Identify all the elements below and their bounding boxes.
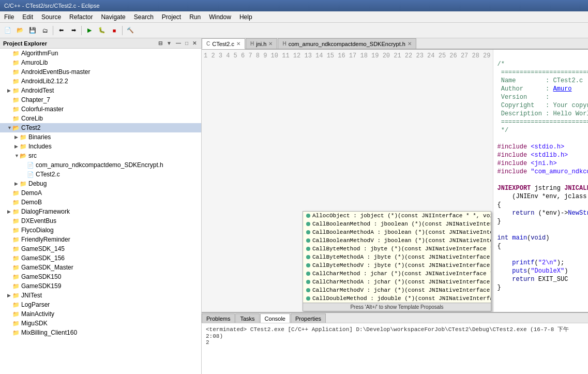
- ac-dot-icon: [306, 222, 310, 226]
- folder-icon: 📂: [20, 153, 27, 159]
- tree-item-corelib[interactable]: 📁CoreLib: [0, 114, 201, 123]
- autocomplete-item[interactable]: CallCharMethod : jchar (*)(const JNINati…: [303, 270, 491, 278]
- pe-close[interactable]: ✕: [191, 40, 198, 47]
- autocomplete-item[interactable]: CallByteMethod : jbyte (*)(const JNINati…: [303, 245, 491, 253]
- ac-item-label: CallCharMethodV : jchar (*)(const JNINat…: [312, 287, 491, 293]
- tree-item-chapter-7[interactable]: 📁Chapter_7: [0, 95, 201, 104]
- tab-console[interactable]: Console: [260, 313, 290, 323]
- tree-item-dxeventbus[interactable]: 📁DXEventBus: [0, 216, 201, 226]
- code-editor[interactable]: 1 2 3 4 5 6 7 8 9 10 11 12 13 14 15 16 1…: [202, 50, 588, 312]
- menu-edit[interactable]: Edit: [18, 11, 37, 22]
- autocomplete-item[interactable]: CallByteMethodA : jbyte (*)(const JNINat…: [303, 253, 491, 261]
- tree-item-dialogframework[interactable]: ▶📁DialogFramework: [0, 207, 201, 216]
- menu-file[interactable]: File: [0, 11, 18, 22]
- autocomplete-item[interactable]: CallBooleanMethodV : jboolean (*)(const …: [303, 236, 491, 245]
- tree-item-colorful-master[interactable]: 📁Colorful-master: [0, 104, 201, 114]
- open-btn[interactable]: 📂: [14, 25, 26, 36]
- tree-item-label: JNITest: [21, 292, 42, 299]
- tree-item-demob[interactable]: 📁DemoB: [0, 198, 201, 207]
- run-btn[interactable]: ▶: [84, 25, 95, 36]
- expand-arrow: ▶: [7, 88, 12, 93]
- tree-item-algorithmfun[interactable]: 📁AlgorithmFun: [0, 49, 201, 58]
- tab-sdkencrypt-close[interactable]: ✕: [408, 41, 412, 47]
- menu-project[interactable]: Project: [158, 11, 185, 22]
- tree-item-androideventbus-master[interactable]: 📁AndroidEventBus-master: [0, 67, 201, 77]
- tree-item-label: GameSDK150: [21, 273, 61, 280]
- autocomplete-item[interactable]: CallBooleanMethod : jboolean (*)(const J…: [303, 220, 491, 228]
- ac-item-label: CallByteMethodA : jbyte (*)(const JNINat…: [312, 254, 491, 260]
- tab-ctest2c[interactable]: C CTest2.c ✕: [202, 38, 245, 49]
- menu-run[interactable]: Run: [185, 11, 205, 22]
- folder-icon: 📁: [12, 218, 20, 225]
- tree-item-mainactivity[interactable]: 📁MainActivity: [0, 309, 201, 319]
- menu-window[interactable]: Window: [205, 11, 235, 22]
- folder-icon: 📁: [12, 59, 20, 66]
- expand-arrow: ▶: [14, 181, 20, 186]
- new-btn[interactable]: 📄: [2, 25, 13, 36]
- tree-item-logparser[interactable]: 📁LogParser: [0, 300, 201, 309]
- build-btn[interactable]: 🔨: [125, 25, 136, 36]
- folder-icon: 📁: [12, 264, 20, 271]
- autocomplete-item[interactable]: CallBooleanMethodA : jboolean (*)(const …: [303, 228, 491, 236]
- tree-item-ctest2[interactable]: ▼📂CTest2: [0, 123, 201, 132]
- tab-problems[interactable]: Problems: [202, 313, 235, 323]
- tree-item-label: AmuroLib: [21, 59, 48, 66]
- console-content: <terminated> CTest2.exe [C/C++ Applicati…: [202, 323, 588, 374]
- tab-jnih[interactable]: H jni.h ✕: [246, 38, 277, 49]
- pe-collapse[interactable]: ⊟: [157, 40, 164, 47]
- tree-item-migusdk[interactable]: 📁MiguSDK: [0, 319, 201, 328]
- folder-icon: 📁: [12, 255, 20, 262]
- tree-item-mixbilling-client160[interactable]: 📁MixBilling_Client160: [0, 328, 201, 337]
- tree-item-gamesdk150[interactable]: 📁GameSDK150: [0, 272, 201, 281]
- tree-item-debug[interactable]: ▶📁Debug: [0, 179, 201, 188]
- menu-refactor[interactable]: Refactor: [65, 11, 97, 22]
- save-btn[interactable]: 💾: [27, 25, 38, 36]
- menu-help[interactable]: Help: [235, 11, 257, 22]
- tree-item-ctest2-c[interactable]: 📄CTest2.c: [0, 170, 201, 179]
- tree-item-gamesdk-145[interactable]: 📁GameSDK_145: [0, 244, 201, 253]
- pe-menu[interactable]: ▼: [165, 40, 173, 47]
- tree-item-com-amuro-ndkcompactdemo-sdkencrypt-h[interactable]: 📄com_amuro_ndkcompactdemo_SDKEncrypt.h: [0, 160, 201, 170]
- autocomplete-item[interactable]: AllocObject : jobject (*)(const JNIInter…: [303, 212, 491, 220]
- tree-item-src[interactable]: ▼📂src: [0, 151, 201, 160]
- expand-arrow: ▼: [14, 153, 20, 158]
- tab-tasks[interactable]: Tasks: [235, 313, 259, 323]
- back-btn[interactable]: ⬅: [55, 25, 67, 36]
- pe-minimize[interactable]: —: [174, 40, 183, 47]
- tab-jnih-close[interactable]: ✕: [268, 41, 273, 47]
- tree-item-label: CoreLib: [21, 115, 43, 122]
- menu-source[interactable]: Source: [37, 11, 65, 22]
- forward-btn[interactable]: ➡: [68, 25, 79, 36]
- save-all-btn[interactable]: 🗂: [39, 25, 51, 36]
- tree-item-androidlib2-12-2[interactable]: 📁AndroidLib2.12.2: [0, 77, 201, 86]
- tree-item-label: CTest2.c: [36, 171, 60, 178]
- tree-item-gamesdk-master[interactable]: 📁GameSDK_Master: [0, 263, 201, 272]
- tree-item-demoa[interactable]: 📁DemoA: [0, 188, 201, 198]
- autocomplete-item[interactable]: CallCharMethodA : jchar (*)(const JNINat…: [303, 278, 491, 286]
- tree-item-amurolib[interactable]: 📁AmuroLib: [0, 58, 201, 67]
- autocomplete-item[interactable]: CallCharMethodV : jchar (*)(const JNINat…: [303, 286, 491, 294]
- autocomplete-item[interactable]: CallDoubleMethod : jdouble (*)(const JNI…: [303, 294, 491, 303]
- tab-ctest2c-close[interactable]: ✕: [236, 41, 240, 47]
- tree-item-binaries[interactable]: ▶📁Binaries: [0, 132, 201, 142]
- stop-btn[interactable]: ■: [109, 25, 120, 36]
- tree-item-gamesdk-156[interactable]: 📁GameSDK_156: [0, 253, 201, 263]
- autocomplete-item[interactable]: CallByteMethodV : jbyte (*)(const JNINat…: [303, 261, 491, 270]
- tree-item-gamesdk159[interactable]: 📁GameSDK159: [0, 281, 201, 291]
- tab-properties[interactable]: Properties: [291, 313, 326, 323]
- tree-item-friendlyreminder[interactable]: 📁FriendlyReminder: [0, 235, 201, 244]
- menu-search[interactable]: Search: [130, 11, 158, 22]
- tab-sdkencrypt[interactable]: H com_amuro_ndkcompactdemo_SDKEncrypt.h …: [278, 38, 416, 49]
- tree-item-androidtest[interactable]: ▶📁AndroidTest: [0, 86, 201, 95]
- ac-dot-icon: [306, 255, 310, 259]
- folder-icon: 📁: [12, 311, 20, 318]
- tree-item-jnitest[interactable]: ▶📁JNITest: [0, 291, 201, 300]
- tree-item-flycodialog[interactable]: 📁FlycoDialog: [0, 226, 201, 235]
- menu-navigate[interactable]: Navigate: [97, 11, 129, 22]
- ac-dot-icon: [306, 288, 310, 292]
- debug-btn[interactable]: 🐛: [96, 25, 108, 36]
- code-content[interactable]: /* =====================================…: [493, 50, 589, 312]
- tree-item-includes[interactable]: ▶📁Includes: [0, 142, 201, 151]
- tree-item-label: AndroidTest: [21, 87, 54, 94]
- pe-maximize[interactable]: □: [184, 40, 190, 47]
